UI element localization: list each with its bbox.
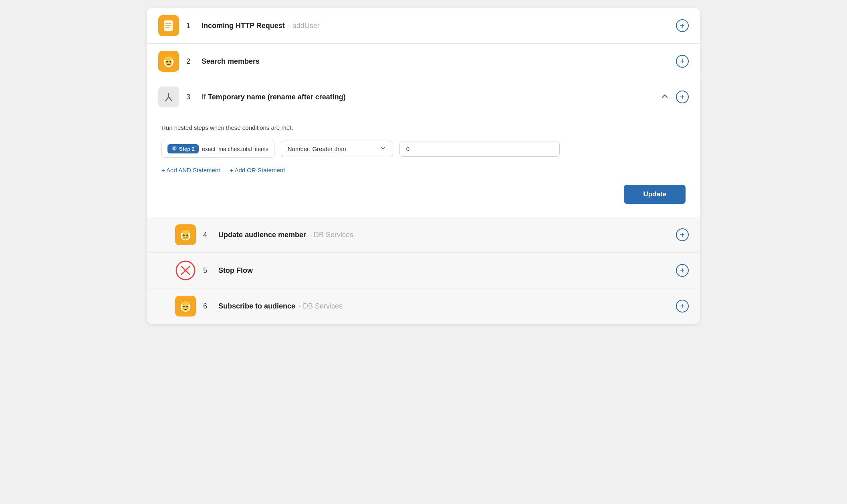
step-6-title: Subscribe to audience xyxy=(218,302,295,310)
step-badge: C Step 2 xyxy=(167,144,199,153)
svg-point-32 xyxy=(187,302,190,305)
step-5-add-button[interactable]: + xyxy=(676,264,689,277)
step-2-add-button[interactable]: + xyxy=(676,55,689,68)
step-4-actions: + xyxy=(676,228,689,241)
condition-section: Run nested steps when these conditions a… xyxy=(147,115,700,217)
svg-point-7 xyxy=(169,61,171,62)
svg-point-22 xyxy=(187,230,190,234)
svg-line-13 xyxy=(169,97,172,101)
statement-links: + Add AND Statement + Add OR Statement xyxy=(161,167,686,173)
step-badge-label: Step 2 xyxy=(179,146,195,152)
step-6-subtitle: - DB Services xyxy=(298,302,343,310)
step-6-icon xyxy=(175,296,196,317)
svg-point-29 xyxy=(186,306,188,307)
step-row-5: 5 Stop Flow + xyxy=(147,253,700,288)
step-1-title: Incoming HTTP Request xyxy=(202,22,285,30)
step-3-number: 3 xyxy=(186,93,194,101)
step-6-actions: + xyxy=(676,300,689,312)
step-2-icon xyxy=(158,51,179,72)
threshold-input[interactable] xyxy=(399,141,560,157)
step-row-6: 6 Subscribe to audience - DB Services + xyxy=(147,288,700,324)
condition-value-text: exact_matches.total_items xyxy=(202,146,268,152)
step-3-icon xyxy=(158,87,179,107)
step-1-add-button[interactable]: + xyxy=(676,19,689,32)
svg-point-9 xyxy=(165,57,167,60)
step-row-3: 3 If Temporary name (rename after creati… xyxy=(147,79,700,115)
svg-point-10 xyxy=(170,57,173,60)
condition-pill[interactable]: C Step 2 exact_matches.total_items xyxy=(161,140,274,158)
operator-chevron-icon xyxy=(380,145,386,153)
operator-label: Number: Greater than xyxy=(288,145,346,152)
step-4-icon xyxy=(175,224,196,245)
update-btn-row: Update xyxy=(161,185,686,204)
condition-description: Run nested steps when these conditions a… xyxy=(161,124,686,131)
step-4-number: 4 xyxy=(203,231,211,239)
step-1-actions: + xyxy=(676,19,689,32)
step-3-actions: + xyxy=(659,91,689,104)
step-6-add-button[interactable]: + xyxy=(676,300,689,312)
svg-point-18 xyxy=(183,234,185,236)
step-badge-icon: C xyxy=(171,145,177,152)
condition-row: C Step 2 exact_matches.total_items Numbe… xyxy=(161,140,686,158)
svg-point-31 xyxy=(182,302,184,305)
update-button[interactable]: Update xyxy=(624,185,686,204)
step-6-number: 6 xyxy=(203,302,211,310)
svg-point-6 xyxy=(166,61,168,62)
operator-select[interactable]: Number: Greater than xyxy=(281,141,393,157)
step-2-number: 2 xyxy=(186,57,194,66)
step-1-subtitle: - addUser xyxy=(288,22,320,30)
step-1-icon xyxy=(158,15,179,36)
step-row-2: 2 Search members + xyxy=(147,44,700,79)
step-5-title: Stop Flow xyxy=(218,266,253,275)
svg-point-21 xyxy=(182,230,184,234)
step-3-title: Temporary name (rename after creating) xyxy=(208,93,346,101)
step-5-number: 5 xyxy=(203,266,211,275)
add-and-button[interactable]: + Add AND Statement xyxy=(161,167,220,173)
step-5-icon xyxy=(175,260,196,281)
svg-line-12 xyxy=(165,97,169,101)
step-5-actions: + xyxy=(676,264,689,277)
step-row-1: 1 Incoming HTTP Request - addUser + xyxy=(147,8,700,44)
workflow-container: 1 Incoming HTTP Request - addUser + 2 Se… xyxy=(147,8,700,324)
step-3-if-label: If xyxy=(202,93,206,101)
svg-point-19 xyxy=(186,234,188,236)
svg-point-28 xyxy=(183,306,185,307)
svg-text:C: C xyxy=(173,147,176,151)
step-4-subtitle: - DB Services xyxy=(309,231,353,239)
step-2-title: Search members xyxy=(202,57,260,66)
step-1-number: 1 xyxy=(186,22,194,30)
step-4-add-button[interactable]: + xyxy=(676,228,689,241)
step-4-title: Update audience member xyxy=(218,231,306,239)
add-or-button[interactable]: + Add OR Statement xyxy=(230,167,285,173)
step-3-add-button[interactable]: + xyxy=(676,91,689,103)
step-2-actions: + xyxy=(676,55,689,68)
step-3-collapse-button[interactable] xyxy=(659,91,670,104)
step-row-4: 4 Update audience member - DB Services + xyxy=(147,217,700,253)
